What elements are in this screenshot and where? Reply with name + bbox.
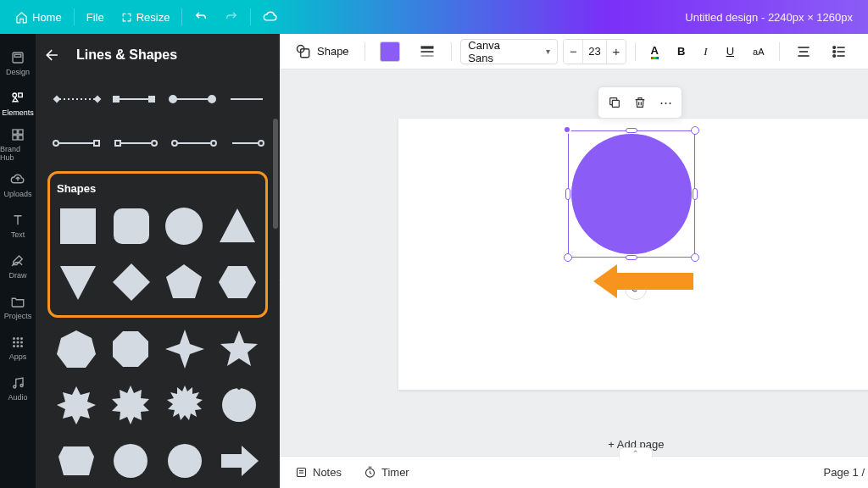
text-color-button[interactable]: A [644,39,665,64]
expand-pages-button[interactable]: ⌃ [619,447,653,458]
cloud-sync-icon[interactable] [254,4,287,30]
svg-point-55 [833,50,836,53]
shape-triangle-down[interactable] [55,258,102,307]
resize-button[interactable]: Resize [113,6,179,29]
topbar: Home File Resize Untitled design - 2240p… [0,0,868,34]
resize-handle-ne[interactable] [691,126,699,135]
sync-button[interactable]: ⟳ [625,278,647,300]
sidepanel-title: Lines & Shapes [76,47,177,63]
tab-apps[interactable]: Apps [0,327,36,368]
notes-button[interactable]: Notes [290,463,347,482]
back-button[interactable] [37,40,68,70]
resize-handle-e[interactable] [693,188,698,200]
svg-rect-66 [298,469,306,477]
tab-audio[interactable]: Audio [0,368,36,408]
shape-square[interactable] [55,202,102,251]
font-size-minus[interactable]: − [564,40,582,64]
shape-scallop[interactable] [161,436,209,485]
context-toolbar: Shape Canva Sans▾ − 23 + A B I U aA [280,34,868,69]
duplicate-button[interactable] [602,91,627,114]
svg-point-2 [13,93,17,97]
chevron-down-icon: ▾ [546,47,550,56]
redo-button[interactable] [216,5,247,29]
border-style-button[interactable] [412,39,442,64]
line-styles-row-1[interactable] [47,83,268,115]
shape-rounded-square[interactable] [108,202,155,251]
home-button[interactable]: Home [7,6,70,29]
svg-point-23 [170,96,176,103]
underline-button[interactable]: U [720,39,741,64]
italic-button[interactable]: I [697,39,714,64]
font-select[interactable]: Canva Sans▾ [460,39,558,64]
font-size-plus[interactable]: + [607,40,626,64]
bold-button[interactable]: B [670,39,692,64]
shape-tool-button[interactable]: Shape [288,39,356,64]
tab-uploads[interactable]: Uploads [0,164,36,205]
svg-point-15 [17,345,19,347]
line-styles-row-2[interactable] [47,127,268,159]
shape-burst-6[interactable] [53,380,100,430]
resize-handle-w[interactable] [565,188,570,200]
more-button[interactable]: ⋯ [653,91,678,114]
selected-shape[interactable] [568,130,695,258]
svg-point-43 [114,444,147,478]
delete-button[interactable] [627,91,653,114]
resize-handle-s[interactable] [626,255,637,260]
font-size-stepper: − 23 + [563,39,626,64]
resize-handle-n[interactable] [626,128,637,133]
shape-hexagon[interactable] [214,258,261,307]
undo-button[interactable] [186,5,216,29]
svg-rect-38 [60,208,96,244]
file-menu[interactable]: File [78,6,113,29]
footer: Notes Timer Page 1 / 1 [280,456,868,488]
tab-projects[interactable]: Projects [0,286,36,327]
tab-text[interactable]: Text [0,205,36,246]
fill-color-button[interactable] [373,39,407,64]
canvas-area: Shape Canva Sans▾ − 23 + A B I U aA [280,34,868,488]
shape-burst-12[interactable] [161,380,209,430]
shape-burst-8[interactable] [107,380,154,430]
tab-elements[interactable]: Elements [0,83,36,124]
shape-badge[interactable] [53,436,100,485]
shape-5-star[interactable] [215,324,263,374]
canvas-zone[interactable]: ⋯ ⟳ [280,69,868,456]
resize-handle-se[interactable] [691,253,699,262]
svg-point-18 [20,384,23,386]
document-title[interactable]: Untitled design - 2240px × 1260px [685,11,861,24]
page[interactable]: ⋯ ⟳ [398,119,868,390]
svg-point-32 [152,141,157,146]
tab-brandhub[interactable]: Brand Hub [0,124,36,164]
svg-rect-4 [13,130,17,134]
align-button[interactable] [788,39,819,64]
circle-shape[interactable] [571,134,692,254]
page-counter[interactable]: Page 1 / 1 [824,466,868,479]
shape-seal[interactable] [215,380,263,430]
shape-octagon[interactable] [107,324,154,374]
svg-point-9 [17,337,19,340]
svg-rect-20 [114,97,119,102]
panel-scrollbar[interactable] [273,76,278,424]
shape-diamond[interactable] [108,258,155,307]
timer-button[interactable]: Timer [359,463,415,482]
shape-heptagon[interactable] [53,324,100,374]
shape-triangle[interactable] [214,202,261,251]
shape-pentagon[interactable] [161,258,208,307]
shape-4-star[interactable] [161,324,209,374]
tab-draw[interactable]: Draw [0,246,36,286]
shape-arrow-right[interactable] [215,436,263,485]
svg-rect-65 [613,100,620,107]
left-iconbar: Design Elements Brand Hub Uploads Text D… [0,34,36,488]
shape-circle[interactable] [161,202,208,251]
spacing-button[interactable] [860,39,868,64]
shape-gear[interactable] [107,436,154,485]
shapes-highlight-box: Shapes [47,171,268,318]
svg-point-8 [13,337,15,340]
svg-point-40 [165,208,203,245]
font-size-value[interactable]: 23 [582,40,607,64]
list-button[interactable] [824,39,854,64]
svg-point-37 [259,141,264,146]
resize-handle-sw[interactable] [564,253,572,262]
text-case-button[interactable]: aA [746,39,771,64]
svg-point-13 [20,341,23,343]
tab-design[interactable]: Design [0,42,36,83]
